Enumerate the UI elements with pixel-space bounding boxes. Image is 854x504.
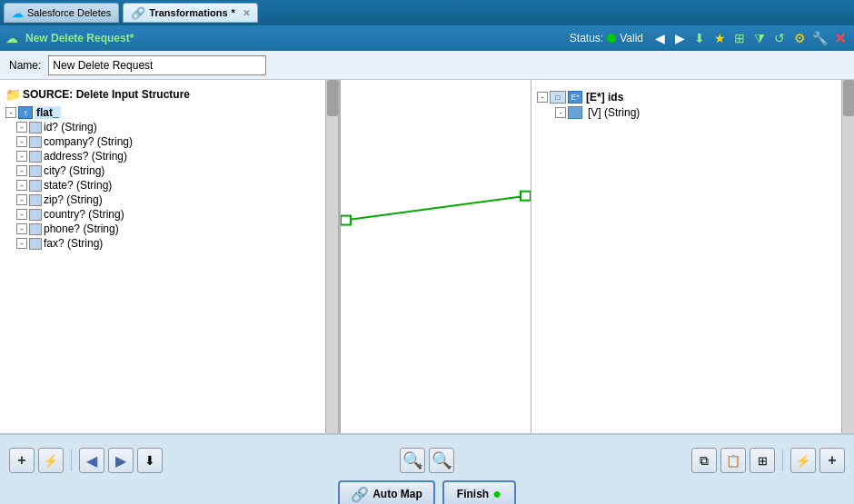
main-content: 📁 SOURCE: Delete Input Structure - f fla…	[0, 80, 854, 434]
sf-tab-icon: ☁	[12, 6, 24, 20]
transform-tab-icon: 🔗	[131, 6, 145, 20]
target-tree: - □ E* [E*] ids - [V] (String)	[531, 80, 854, 124]
transform-tab-label: Transformations	[149, 7, 227, 18]
source-tree: 📁 SOURCE: Delete Input Structure - f fla…	[0, 80, 338, 254]
status-area: Status: Valid	[570, 32, 643, 44]
leaf-company-icon	[29, 136, 42, 148]
leaf-city-icon	[29, 165, 42, 177]
name-label: Name:	[9, 59, 41, 72]
toolbar-grid-btn[interactable]: ⊞	[730, 29, 749, 47]
connector-area	[341, 80, 531, 433]
tree-root-node[interactable]: - f flat_	[2, 105, 336, 120]
tree-item-country[interactable]: - country? (String)	[2, 207, 336, 222]
filter2-btn[interactable]: ⚡	[790, 448, 816, 473]
add2-btn[interactable]: +	[819, 448, 845, 473]
toolbar-icons: ◀ ▶ ⬇ ★ ⊞ ⧩ ↺ ⚙ 🔧 ✕	[650, 29, 849, 47]
target-e-icon: E*	[568, 91, 582, 104]
sf-icon: ☁	[5, 31, 18, 45]
toolbar-refresh-btn[interactable]: ↺	[770, 29, 789, 47]
target-doc-icon	[568, 106, 582, 119]
copy-btn[interactable]: ⧉	[691, 448, 717, 473]
target-root-node[interactable]: - □ E* [E*] ids	[533, 84, 852, 104]
import-btn[interactable]: ⬇	[137, 448, 163, 473]
toolbar-puzzle-btn[interactable]: ⧩	[750, 29, 769, 47]
title-bar: ☁ Salesforce Deletes 🔗 Transformations *…	[0, 0, 854, 25]
tab-modified-marker: *	[232, 7, 235, 18]
state-label: state? (String)	[44, 179, 112, 192]
finish-button[interactable]: Finish ●	[442, 480, 516, 504]
expand-flat-icon[interactable]: -	[5, 107, 16, 118]
filter-btn[interactable]: ⚡	[38, 448, 64, 473]
phone-label: phone? (String)	[44, 222, 119, 235]
source-header: 📁 SOURCE: Delete Input Structure	[2, 84, 336, 105]
svg-line-0	[344, 196, 526, 221]
flat-node-icon: f	[18, 106, 33, 119]
tab-transformations[interactable]: 🔗 Transformations * ✕	[123, 3, 257, 23]
forward-btn[interactable]: ▶	[108, 448, 134, 473]
toolbar-arrow-left-btn[interactable]: ◀	[650, 29, 669, 47]
tree-item-zip[interactable]: - zip? (String)	[2, 193, 336, 207]
finish-icon: ●	[492, 486, 501, 502]
id-label: id? (String)	[44, 121, 97, 133]
country-label: country? (String)	[44, 208, 124, 221]
svg-rect-1	[341, 216, 351, 225]
table-btn[interactable]: ⊞	[750, 448, 775, 473]
tree-item-fax[interactable]: - fax? (String)	[2, 236, 336, 251]
tree-item-state[interactable]: - state? (String)	[2, 178, 336, 193]
expand-state-icon[interactable]: -	[16, 180, 27, 191]
zoom-out-btn[interactable]: 🔍 -	[429, 448, 454, 473]
expand-fax-icon[interactable]: -	[16, 238, 27, 249]
source-scroll-thumb[interactable]	[327, 80, 338, 116]
target-array-icon: □	[550, 91, 566, 104]
expand-city-icon[interactable]: -	[16, 165, 27, 176]
zoom-in-btn[interactable]: 🔍 +	[400, 448, 425, 473]
expand-address-icon[interactable]: -	[16, 151, 27, 162]
bottom-toolbar-action-row: 🔗 Auto Map Finish ●	[338, 480, 516, 504]
zip-label: zip? (String)	[44, 193, 103, 206]
city-label: city? (String)	[44, 164, 104, 177]
source-scrollbar[interactable]	[325, 80, 338, 433]
target-expand-icon[interactable]: -	[537, 92, 548, 103]
name-input[interactable]	[48, 55, 266, 75]
expand-phone-icon[interactable]: -	[16, 223, 27, 234]
company-label: company? (String)	[44, 135, 133, 148]
tree-item-address[interactable]: - address? (String)	[2, 149, 336, 163]
add-mapping-btn[interactable]: +	[9, 448, 35, 473]
sf-tab-label: Salesforce Deletes	[27, 7, 111, 18]
bottom-toolbar-top-row: + ⚡ ◀ ▶ ⬇ 🔍 + 🔍 - ⧉ 📋 ⊞ ⚡ +	[9, 448, 845, 473]
tree-item-company[interactable]: - company? (String)	[2, 134, 336, 149]
toolbar-star-btn[interactable]: ★	[710, 29, 729, 47]
toolbar-wrench-btn[interactable]: 🔧	[810, 29, 829, 47]
toolbar-settings-btn[interactable]: ⚙	[790, 29, 809, 47]
toolbar-download-btn[interactable]: ⬇	[690, 29, 709, 47]
tree-item-phone[interactable]: - phone? (String)	[2, 222, 336, 236]
tree-item-id[interactable]: - id? (String)	[2, 120, 336, 134]
target-child-expand-icon[interactable]: -	[555, 107, 566, 118]
source-panel: 📁 SOURCE: Delete Input Structure - f fla…	[0, 80, 341, 433]
expand-country-icon[interactable]: -	[16, 209, 27, 220]
back-btn[interactable]: ◀	[79, 448, 104, 473]
target-child-label: [V] (String)	[588, 106, 640, 119]
target-child-node[interactable]: - [V] (String)	[533, 104, 852, 120]
expand-company-icon[interactable]: -	[16, 136, 27, 147]
tab-close-icon[interactable]: ✕	[243, 8, 250, 18]
leaf-country-icon	[29, 209, 42, 221]
target-scrollbar[interactable]	[841, 80, 854, 433]
name-row: Name:	[0, 51, 854, 80]
status-dot	[607, 34, 616, 43]
tab-salesforce-deletes[interactable]: ☁ Salesforce Deletes	[4, 3, 119, 23]
leaf-id-icon	[29, 122, 42, 133]
leaf-phone-icon	[29, 223, 42, 235]
auto-map-button[interactable]: 🔗 Auto Map	[338, 480, 435, 504]
separator-2	[782, 450, 783, 471]
svg-rect-2	[521, 192, 531, 201]
tree-item-city[interactable]: - city? (String)	[2, 163, 336, 178]
expand-zip-icon[interactable]: -	[16, 194, 27, 205]
target-scroll-thumb[interactable]	[843, 80, 854, 116]
flat-node-label: flat_	[35, 106, 61, 119]
paste-btn[interactable]: 📋	[720, 448, 746, 473]
finish-label: Finish	[457, 488, 489, 500]
toolbar-arrow-right-btn[interactable]: ▶	[670, 29, 689, 47]
expand-id-icon[interactable]: -	[16, 122, 27, 133]
toolbar-close-btn[interactable]: ✕	[830, 29, 849, 47]
